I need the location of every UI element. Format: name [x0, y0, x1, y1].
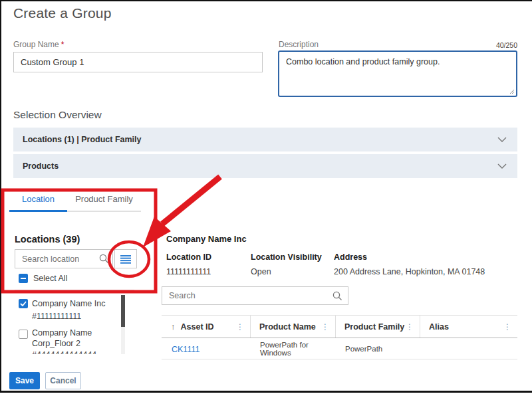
table-row: CK1111 PowerPath for Windows PowerPath — [162, 338, 517, 359]
column-header-alias[interactable]: Alias ⋮ — [420, 316, 517, 338]
detail-field-value: 11111111111 — [166, 267, 211, 276]
list-divider — [15, 290, 134, 290]
asset-search-input[interactable] — [162, 286, 348, 305]
location-list: Company Name Inc #11111111111 Company Na… — [15, 294, 128, 354]
accordion-label: Locations (1) | Product Family — [23, 128, 142, 151]
frame-bottom-border — [0, 391, 532, 393]
column-menu-icon[interactable]: ⋮ — [236, 322, 244, 332]
column-header-product-family[interactable]: Product Family ⋮ — [336, 316, 420, 338]
indeterminate-dash — [21, 278, 26, 279]
detail-field-label: Location ID — [166, 252, 211, 262]
list-view-icon — [120, 254, 132, 264]
group-name-input[interactable] — [13, 52, 263, 72]
location-item-id: #4444444444444 — [32, 350, 96, 354]
char-counter: 40/250 — [452, 41, 517, 49]
search-location-input[interactable] — [15, 249, 113, 268]
product-name-cell: PowerPath for Windows — [251, 341, 336, 357]
asset-id-link[interactable]: CK1111 — [172, 345, 200, 354]
table-row-divider — [162, 359, 517, 359]
location-item-id: #11111111111 — [32, 312, 81, 321]
chevron-down-icon — [497, 137, 507, 142]
table-header-row: ↑ Asset ID ⋮ Product Name ⋮ Product Fami… — [162, 315, 517, 338]
location-item-name[interactable]: Company Name Corp_Floor 2 — [32, 328, 117, 349]
chevron-down-icon — [497, 163, 507, 169]
location-item-name[interactable]: Company Name Inc — [32, 298, 105, 309]
description-textarea[interactable]: Combo location and product family group. — [278, 50, 517, 97]
select-all-label: Select All — [33, 274, 67, 283]
tab-product-family[interactable]: Product Family — [67, 194, 141, 210]
column-menu-icon[interactable]: ⋮ — [321, 322, 329, 332]
locations-count-heading: Locations (39) — [15, 234, 80, 245]
scrollbar-thumb[interactable] — [121, 295, 125, 327]
page-title: Create a Group — [13, 5, 112, 21]
product-family-cell: PowerPath — [336, 345, 420, 353]
textarea-resize-handle[interactable] — [509, 89, 515, 94]
accordion-locations-product-family[interactable]: Locations (1) | Product Family — [13, 128, 517, 151]
search-icon — [332, 291, 342, 301]
detail-field-value: Open — [251, 267, 271, 276]
frame-top-border — [0, 0, 532, 1]
save-button[interactable]: Save — [9, 372, 40, 389]
column-menu-icon[interactable]: ⋮ — [503, 322, 511, 332]
column-header-product-name[interactable]: Product Name ⋮ — [251, 316, 336, 338]
list-view-button[interactable] — [114, 249, 137, 268]
detail-field-value: 200 Address Lane, Hopkinton, MA 01748 — [334, 267, 485, 276]
tab-divider — [67, 211, 141, 212]
red-arrow-shaft — [162, 177, 220, 224]
cancel-button[interactable]: Cancel — [45, 372, 81, 389]
active-tab-indicator — [9, 210, 67, 212]
group-name-label: Group Name* — [13, 40, 64, 49]
description-label: Description — [279, 40, 319, 49]
check-icon — [20, 301, 27, 306]
tab-location[interactable]: Location — [9, 194, 67, 210]
selection-overview-title: Selection Overview — [13, 109, 102, 121]
company-name-heading: Company Name Inc — [166, 234, 247, 244]
location-checkbox-checked[interactable] — [19, 299, 28, 308]
sort-ascending-icon[interactable]: ↑ — [171, 322, 176, 332]
select-all-checkbox[interactable] — [19, 274, 28, 283]
required-asterisk: * — [61, 40, 65, 49]
location-checkbox-unchecked[interactable] — [19, 330, 28, 339]
accordion-label: Products — [23, 154, 59, 178]
column-menu-icon[interactable]: ⋮ — [406, 322, 414, 332]
detail-field-label: Location Visibility — [251, 252, 322, 262]
frame-left-border — [0, 0, 1, 393]
create-group-page: Create a Group Group Name* Description 4… — [0, 0, 532, 396]
detail-field-label: Address — [334, 252, 367, 262]
search-icon — [99, 254, 109, 264]
column-header-asset-id[interactable]: ↑ Asset ID ⋮ — [162, 316, 251, 338]
accordion-products[interactable]: Products — [13, 154, 517, 178]
